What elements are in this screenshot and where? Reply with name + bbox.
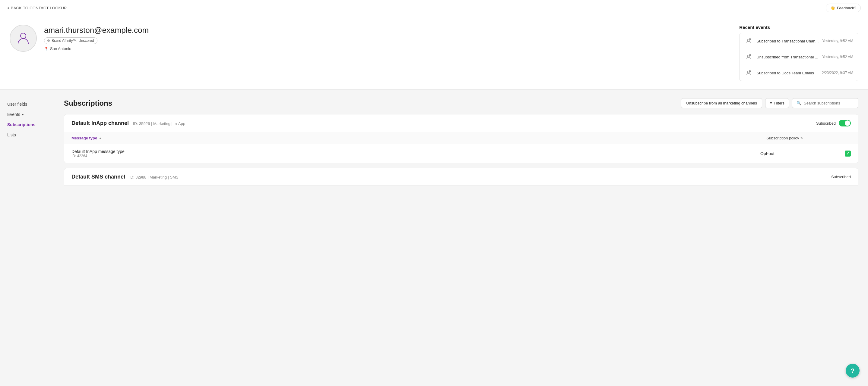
brand-affinity-badge: Brand Affinity™: Unscored	[44, 37, 97, 44]
recent-events-panel: Recent events Subscribed to Transactiona…	[739, 25, 858, 81]
filter-icon: ≡	[770, 101, 772, 105]
top-bar: < BACK TO CONTACT LOOKUP 👋 Feedback?	[0, 0, 868, 16]
msg-policy: Opt-out	[760, 151, 845, 156]
event-time-3: 2/23/2022, 9:37 AM	[822, 71, 853, 75]
search-subscriptions-input[interactable]	[804, 101, 854, 105]
unsubscribe-all-label: Unsubscribe from all marketing channels	[686, 101, 757, 105]
channel-status-inapp: Subscribed	[816, 120, 851, 127]
channel-title-row-sms: Default SMS channel ID: 32988 | Marketin…	[71, 174, 179, 180]
sort-both-icon: ⇅	[801, 136, 803, 140]
location-pin-icon: 📍	[44, 47, 49, 51]
channel-subscribed-label-inapp: Subscribed	[816, 121, 836, 126]
recent-events-title: Recent events	[739, 25, 858, 30]
msg-type-name: Default InApp message type	[71, 149, 760, 154]
brand-affinity-label: Brand Affinity™: Unscored	[52, 39, 94, 43]
event-time-1: Yesterday, 9:52 AM	[822, 39, 853, 43]
sidebar: User fields Events ▾ Subscriptions Lists	[0, 90, 54, 240]
table-header-row: Message type ▲ Subscription policy ⇅	[64, 132, 858, 144]
subscription-event-icon-2	[744, 53, 753, 61]
channel-name-sms: Default SMS channel	[71, 174, 125, 180]
feedback-label: Feedback?	[837, 6, 856, 10]
profile-location: 📍 San Antonio	[44, 46, 149, 51]
filters-label: Filters	[774, 101, 784, 105]
location-text: San Antonio	[50, 46, 71, 51]
chevron-down-icon: ▾	[22, 113, 24, 116]
message-type-checkbox[interactable]	[845, 150, 851, 156]
unsubscribe-all-button[interactable]: Unsubscribe from all marketing channels	[681, 98, 762, 108]
back-link-label: < BACK TO CONTACT LOOKUP	[7, 6, 67, 10]
sidebar-item-label-user-fields: User fields	[7, 102, 27, 107]
channel-subscribed-label-sms: Subscribed	[831, 175, 851, 179]
sidebar-item-events[interactable]: Events ▾	[6, 110, 48, 119]
profile-email: amari.thurston@example.com	[44, 26, 149, 35]
message-type-table: Message type ▲ Subscription policy ⇅ Def…	[64, 132, 858, 163]
channel-meta-sms: ID: 32988 | Marketing | SMS	[129, 175, 179, 179]
col-policy-label: Subscription policy	[766, 136, 799, 140]
subscriptions-header: Subscriptions Unsubscribe from all marke…	[64, 98, 858, 108]
col-message-type-label: Message type	[71, 136, 97, 140]
channel-card-sms: Default SMS channel ID: 32988 | Marketin…	[64, 168, 858, 186]
channel-title-row: Default InApp channel ID: 35926 | Market…	[71, 120, 185, 127]
sidebar-item-lists[interactable]: Lists	[6, 130, 48, 140]
profile-section: amari.thurston@example.com Brand Affinit…	[0, 16, 868, 90]
feedback-emoji: 👋	[830, 6, 835, 10]
events-card: Subscribed to Transactional Chan... Yest…	[739, 33, 858, 81]
sort-asc-icon: ▲	[99, 136, 102, 140]
search-subscriptions-box[interactable]: 🔍	[792, 98, 858, 108]
subscriptions-title: Subscriptions	[64, 99, 112, 107]
feedback-button[interactable]: 👋 Feedback?	[826, 4, 861, 12]
event-text-2: Unsubscribed from Transactional ...	[756, 55, 818, 59]
subscription-event-icon-3	[744, 69, 753, 77]
event-row: Subscribed to Docs Team Emails 2/23/2022…	[740, 65, 858, 81]
sidebar-item-label-events: Events	[7, 112, 20, 117]
channel-toggle-inapp[interactable]	[839, 120, 851, 127]
channel-header-sms: Default SMS channel ID: 32988 | Marketin…	[64, 168, 858, 185]
col-message-type[interactable]: Message type ▲	[71, 136, 766, 140]
subscriptions-actions: Unsubscribe from all marketing channels …	[681, 98, 858, 108]
event-text-1: Subscribed to Transactional Chan...	[756, 39, 818, 43]
channel-card-inapp: Default InApp channel ID: 35926 | Market…	[64, 114, 858, 163]
table-row: Default InApp message type ID: 42264 Opt…	[64, 144, 858, 163]
event-time-2: Yesterday, 9:52 AM	[822, 55, 853, 59]
badge-dot-icon	[48, 39, 50, 42]
user-avatar-icon	[16, 30, 31, 46]
avatar	[10, 25, 37, 52]
sidebar-item-label-lists: Lists	[7, 133, 16, 137]
main-content: User fields Events ▾ Subscriptions Lists…	[0, 90, 868, 240]
profile-left: amari.thurston@example.com Brand Affinit…	[10, 25, 149, 52]
event-row: Unsubscribed from Transactional ... Yest…	[740, 49, 858, 65]
filters-button[interactable]: ≡ Filters	[765, 98, 789, 108]
msg-type-id: ID: 42264	[71, 154, 760, 158]
channel-status-sms: Subscribed	[831, 175, 851, 179]
channel-header-inapp: Default InApp channel ID: 35926 | Market…	[64, 114, 858, 132]
profile-badges: Brand Affinity™: Unscored	[44, 37, 149, 44]
profile-info: amari.thurston@example.com Brand Affinit…	[44, 26, 149, 51]
subscriptions-panel: Subscriptions Unsubscribe from all marke…	[54, 90, 868, 240]
msg-type-info: Default InApp message type ID: 42264	[71, 149, 760, 158]
search-icon: 🔍	[797, 101, 801, 105]
svg-point-0	[21, 33, 26, 39]
sidebar-item-subscriptions[interactable]: Subscriptions	[6, 120, 48, 130]
col-subscription-policy[interactable]: Subscription policy ⇅	[766, 136, 851, 140]
subscription-event-icon-1	[744, 37, 753, 45]
channel-meta-inapp: ID: 35926 | Marketing | In-App	[133, 121, 185, 126]
event-text-3: Subscribed to Docs Team Emails	[756, 71, 818, 75]
sidebar-item-label-subscriptions: Subscriptions	[7, 122, 35, 127]
sidebar-item-user-fields[interactable]: User fields	[6, 99, 48, 109]
back-to-lookup-link[interactable]: < BACK TO CONTACT LOOKUP	[7, 6, 67, 10]
channel-name-inapp: Default InApp channel	[71, 120, 129, 126]
event-row: Subscribed to Transactional Chan... Yest…	[740, 33, 858, 49]
